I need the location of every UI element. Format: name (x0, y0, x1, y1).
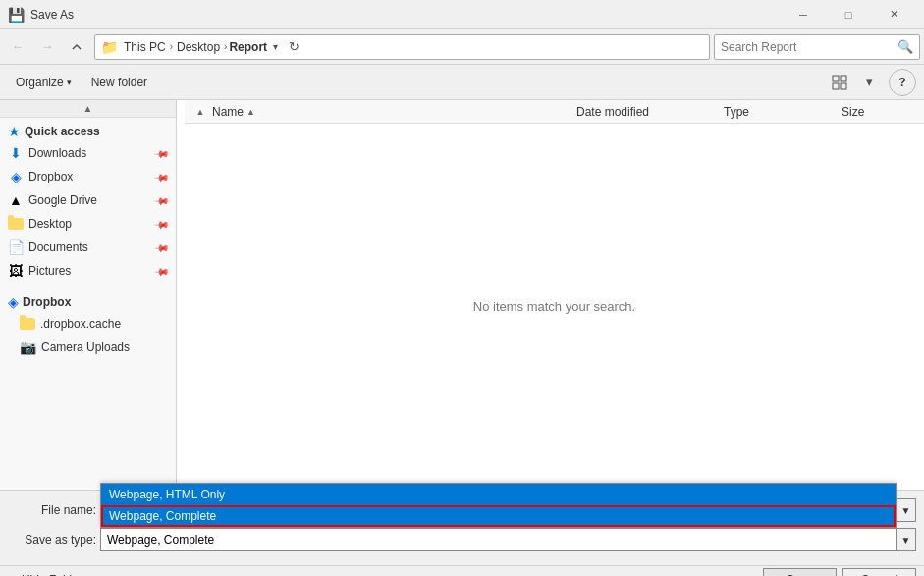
save-as-type-dropdown-btn[interactable]: ▼ (897, 528, 916, 551)
new-folder-button[interactable]: New folder (83, 70, 155, 95)
file-name-dropdown-btn[interactable]: ▼ (897, 498, 916, 522)
downloads-label: Downloads (28, 146, 151, 160)
view-dropdown-button[interactable]: ▾ (855, 70, 883, 95)
up-icon (71, 41, 82, 53)
breadcrumb-report: Report (229, 40, 267, 54)
organize-dropdown-arrow: ▾ (67, 78, 72, 87)
breadcrumb-arrow-1: › (170, 41, 173, 52)
refresh-button[interactable]: ↻ (282, 35, 305, 59)
col-type-label: Type (724, 105, 749, 119)
hide-folders-label: Hide Folders (22, 573, 88, 577)
search-input[interactable] (721, 40, 894, 54)
organize-button[interactable]: Organize ▾ (8, 70, 80, 95)
type-option-complete[interactable]: Webpage, Complete (101, 505, 896, 527)
forward-button[interactable]: → (33, 33, 61, 61)
col-date-header[interactable]: Date modified (572, 105, 720, 119)
cancel-button[interactable]: Cancel (842, 568, 916, 577)
content-area: ▲ Name ▲ Date modified Type Size No item… (185, 100, 924, 490)
svg-rect-0 (833, 76, 839, 81)
sidebar-scroll-up[interactable]: ▲ (0, 100, 176, 118)
documents-label: Documents (28, 240, 151, 254)
content-scroll-up[interactable]: ▲ (192, 104, 208, 120)
col-name-header[interactable]: Name ▲ (208, 105, 572, 119)
breadcrumb-arrow-2: › (224, 41, 227, 52)
breadcrumb-desktop[interactable]: Desktop (175, 40, 222, 54)
col-sort-icon: ▲ (246, 107, 255, 117)
cache-folder-shape (20, 318, 35, 330)
pictures-label: Pictures (28, 264, 151, 278)
dropbox-cache-icon (20, 318, 35, 330)
svg-rect-3 (841, 83, 846, 89)
maximize-button[interactable]: □ (826, 0, 871, 29)
save-button[interactable]: Save (763, 568, 837, 577)
no-items-message: No items match your search. (473, 299, 635, 314)
dropbox-section-header: ◈ Dropbox (0, 288, 176, 312)
main-area: ▲ ★ Quick access ⬇ Downloads 📌 ◈ Dropbox… (0, 100, 924, 490)
save-as-type-row: Save as type: Webpage, HTML Only Webpage… (8, 528, 916, 551)
close-button[interactable]: ✕ (871, 0, 916, 29)
search-bar: 🔍 (714, 34, 920, 60)
address-dropdown-arrow[interactable]: ▾ (273, 41, 278, 52)
save-as-type-input[interactable] (100, 528, 897, 551)
dropbox-quick-icon: ◈ (8, 169, 24, 184)
col-name-label: Name (212, 105, 244, 119)
help-button[interactable]: ? (889, 69, 916, 96)
col-type-header[interactable]: Type (720, 105, 838, 119)
window-icon: 💾 (8, 7, 25, 23)
google-drive-pin-icon: 📌 (154, 192, 170, 208)
sidebar-item-dropbox-cache[interactable]: .dropbox.cache (0, 312, 176, 336)
col-size-header[interactable]: Size (838, 105, 916, 119)
col-size-label: Size (842, 105, 864, 119)
svg-rect-2 (833, 83, 839, 89)
desktop-label: Desktop (28, 217, 151, 231)
resize-handle[interactable] (177, 100, 185, 490)
title-bar-controls: ─ □ ✕ (781, 0, 916, 29)
svg-rect-1 (841, 76, 846, 81)
type-dropdown-wrapper: Webpage, HTML Only Webpage, Complete ▼ (100, 528, 916, 551)
google-drive-label: Google Drive (28, 193, 151, 207)
quick-access-header: ★ Quick access (0, 118, 176, 141)
downloads-pin-icon: 📌 (154, 145, 170, 161)
type-input-row: ▼ (100, 528, 916, 551)
save-as-type-label: Save as type: (8, 533, 96, 547)
hide-folders-bar[interactable]: ▲ Hide Folders Save Cancel (0, 565, 924, 576)
toolbar: Organize ▾ New folder ▾ ? (0, 65, 924, 100)
dropbox-quick-label: Dropbox (28, 170, 151, 183)
documents-icon: 📄 (8, 239, 24, 255)
desktop-pin-icon: 📌 (154, 216, 170, 232)
minimize-button[interactable]: ─ (781, 0, 826, 29)
sidebar-item-camera-uploads[interactable]: 📷 Camera Uploads (0, 336, 176, 359)
up-button[interactable] (63, 33, 90, 61)
view-toggle-button[interactable] (826, 70, 853, 95)
folder-icon: 📁 (101, 39, 118, 55)
quick-access-icon: ★ (8, 124, 21, 139)
sidebar-item-pictures[interactable]: 🖼 Pictures 📌 (0, 259, 176, 283)
sidebar-item-google-drive[interactable]: ▲ Google Drive 📌 (0, 188, 176, 212)
google-drive-icon: ▲ (8, 192, 24, 208)
col-date-label: Date modified (576, 105, 649, 119)
back-button[interactable]: ← (4, 33, 31, 61)
sidebar-item-dropbox-quick[interactable]: ◈ Dropbox 📌 (0, 165, 176, 188)
column-headers: ▲ Name ▲ Date modified Type Size (185, 100, 924, 124)
breadcrumb: This PC › Desktop › Report (122, 40, 267, 54)
downloads-icon: ⬇ (8, 145, 24, 161)
file-list: No items match your search. (185, 124, 924, 490)
title-bar-left: 💾 Save As (8, 7, 74, 23)
camera-uploads-label: Camera Uploads (41, 340, 168, 354)
desktop-folder-icon (8, 216, 24, 232)
type-dropdown-menu: Webpage, HTML Only Webpage, Complete (100, 483, 897, 528)
pictures-icon: 🖼 (8, 263, 24, 279)
breadcrumb-this-pc[interactable]: This PC (122, 40, 168, 54)
organize-label: Organize (16, 76, 64, 89)
search-icon: 🔍 (897, 39, 913, 54)
sidebar-item-documents[interactable]: 📄 Documents 📌 (0, 236, 176, 259)
sidebar-item-desktop[interactable]: Desktop 📌 (0, 212, 176, 236)
dropbox-section-label: Dropbox (23, 295, 71, 309)
dropbox-cache-label: .dropbox.cache (40, 317, 168, 331)
type-option-html-only[interactable]: Webpage, HTML Only (101, 484, 896, 505)
footer-action-buttons: Save Cancel (763, 568, 916, 577)
sidebar-item-downloads[interactable]: ⬇ Downloads 📌 (0, 141, 176, 165)
navigation-bar: ← → 📁 This PC › Desktop › Report ▾ ↻ 🔍 (0, 29, 924, 65)
documents-pin-icon: 📌 (154, 239, 170, 255)
quick-access-label: Quick access (25, 125, 100, 138)
